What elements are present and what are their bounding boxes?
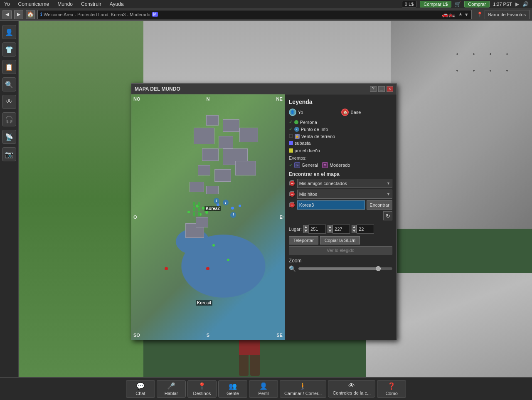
refresh-button[interactable]: ↻ <box>383 211 392 220</box>
home-button[interactable]: 🏠 <box>26 10 35 19</box>
punto-info-icon: i <box>294 127 299 132</box>
taskbar-hablar-button[interactable]: 🎤 Hablar <box>157 380 186 398</box>
zoom-handle[interactable] <box>376 266 381 271</box>
map-dot-green-6 <box>212 244 215 247</box>
legend-title: Leyenda <box>289 99 392 105</box>
favorites-button[interactable]: Barra de Favoritos <box>485 10 530 19</box>
coord2-input[interactable] <box>332 225 350 234</box>
remove-find-1-button[interactable]: − <box>289 180 296 187</box>
chat-label: Chat <box>135 391 145 396</box>
coord2-up[interactable]: ▲ <box>328 225 332 229</box>
map-building-7 <box>202 148 219 161</box>
find-input-field[interactable] <box>297 200 365 210</box>
coord3-input[interactable] <box>357 225 374 234</box>
taskbar-chat-button[interactable]: 💬 Chat <box>126 380 155 398</box>
legend-general: ✓ G General <box>289 162 318 168</box>
remove-find-2-button[interactable]: − <box>289 191 296 198</box>
map-dot-green-7 <box>227 259 229 261</box>
legend-venta-terreno: ☐ 🔒 Venta de terreno <box>289 133 392 139</box>
action-row: Teleportar Copiar la SLUrl <box>289 236 392 244</box>
bookmark-icon[interactable]: ★ <box>458 12 463 17</box>
char-leg-right <box>250 355 260 376</box>
sidebar-icon-avatar[interactable]: 👤 <box>2 25 16 39</box>
hablar-icon: 🎤 <box>167 382 175 390</box>
ver-elegido-button[interactable]: Ver lo elegido <box>289 246 392 254</box>
help-button[interactable]: ? <box>370 86 377 92</box>
sidebar-icon-camera[interactable]: 👁 <box>2 95 16 109</box>
sidebar-icon-photo[interactable]: 📷 <box>2 147 16 161</box>
taskbar-destinos-button[interactable]: 📍 Destinos <box>187 380 217 398</box>
sidebar-icon-clothing[interactable]: 👕 <box>2 42 16 57</box>
controles-label: Controles de la c... <box>332 390 371 395</box>
map-canvas[interactable]: i i i Korea2 Korea4 <box>131 94 285 340</box>
sidebar-icon-search[interactable]: 🔍 <box>2 77 16 91</box>
menu-construir[interactable]: Construir <box>77 1 106 7</box>
map-dot-blue-2 <box>231 207 234 210</box>
moderado-label: Moderado <box>330 163 350 168</box>
caminar-label: Caminar / Correr... <box>284 391 322 396</box>
gente-icon: 👥 <box>229 382 237 390</box>
taskbar-controles-button[interactable]: 👁 Controles de la c... <box>328 380 375 398</box>
taskbar-perfil-button[interactable]: 👤 Perfil <box>249 380 278 398</box>
como-label: Cómo <box>385 391 397 396</box>
map-dot-green-4 <box>205 211 208 214</box>
balance-display: 0 L$ <box>402 1 416 7</box>
menu-mundo[interactable]: Mundo <box>53 1 77 7</box>
time-display: 1:27 PST <box>493 2 512 7</box>
map-building-9 <box>214 169 231 182</box>
map-content: i i i Korea2 Korea4 <box>131 94 397 340</box>
menu-yo[interactable]: Yo <box>0 1 14 7</box>
menu-ayuda[interactable]: Ayuda <box>106 1 128 7</box>
url-bar: ℹ Welcome Area - Protected Land, Korea3 … <box>37 10 472 19</box>
coord1-input[interactable] <box>308 225 326 234</box>
sidebar-icon-audio[interactable]: 🎧 <box>2 112 16 126</box>
buy-button[interactable]: Comprar <box>464 1 490 7</box>
forward-button[interactable]: ▶ <box>14 10 23 19</box>
map-building-11 <box>190 182 204 192</box>
venta-lock-icon: 🔒 <box>295 134 300 139</box>
find-select-1-wrapper: Mis amigos conectados ▼ <box>297 179 392 188</box>
coord2-down[interactable]: ▼ <box>328 229 332 233</box>
char-leg-left <box>239 355 249 376</box>
map-building-1 <box>223 119 239 132</box>
legend-persona: ✓ Persona <box>289 119 392 125</box>
back-button[interactable]: ◀ <box>2 10 12 19</box>
close-button[interactable]: × <box>387 86 393 92</box>
window-controls: ? _ × <box>370 86 393 92</box>
map-dot-blue-3 <box>239 205 241 207</box>
buy-linden-button[interactable]: Comprar L$ <box>420 1 451 7</box>
coord3-group: ▲ ▼ <box>352 225 374 234</box>
teleport-button[interactable]: Teleportar <box>289 236 318 244</box>
coord1-up[interactable]: ▲ <box>303 225 308 229</box>
slurl-button[interactable]: Copiar la SLUrl <box>320 236 360 244</box>
coord1-down[interactable]: ▼ <box>303 229 308 233</box>
teleport-section: Lugar: ▲ ▼ ▲ ▼ <box>289 225 392 254</box>
venta-label: Venta de terreno <box>301 134 335 139</box>
addressbar: ◀ ▶ 🏠 ℹ Welcome Area - Protected Land, K… <box>0 8 532 21</box>
minimize-button[interactable]: _ <box>378 86 385 92</box>
coord3-up[interactable]: ▲ <box>352 225 357 229</box>
sidebar-icon-inventory[interactable]: 📋 <box>2 60 16 74</box>
taskbar-como-button[interactable]: ❓ Cómo <box>377 380 406 398</box>
taskbar-gente-button[interactable]: 👥 Gente <box>218 380 247 398</box>
dropdown-icon[interactable]: ▼ <box>464 12 469 17</box>
como-icon: ❓ <box>387 382 396 390</box>
find-section-title: Encontrar en el mapa <box>289 171 392 177</box>
zoom-slider[interactable] <box>298 267 392 270</box>
eventos-label: Eventos: <box>289 156 392 160</box>
coord3-spin: ▲ ▼ <box>352 225 357 233</box>
ver-row: Ver lo elegido <box>289 246 392 254</box>
vehicle-icons: 🚗🏍️ <box>442 11 455 17</box>
mod-badge: M <box>152 12 158 17</box>
menu-comunicarme[interactable]: Comunicarme <box>14 1 54 7</box>
taskbar-caminar-button[interactable]: 🚶 Caminar / Correr... <box>280 380 326 398</box>
map-building-3 <box>194 128 214 144</box>
sidebar-icon-media[interactable]: 📡 <box>2 130 16 144</box>
find-button[interactable]: Encontrar <box>367 200 392 210</box>
zoom-track <box>298 267 378 270</box>
zoom-row: 🔍 <box>289 265 392 272</box>
remove-find-3-button[interactable]: − <box>289 202 296 208</box>
yo-icon: 👤 <box>289 109 296 116</box>
coord3-down[interactable]: ▼ <box>352 229 357 233</box>
map-building-2 <box>206 115 219 126</box>
